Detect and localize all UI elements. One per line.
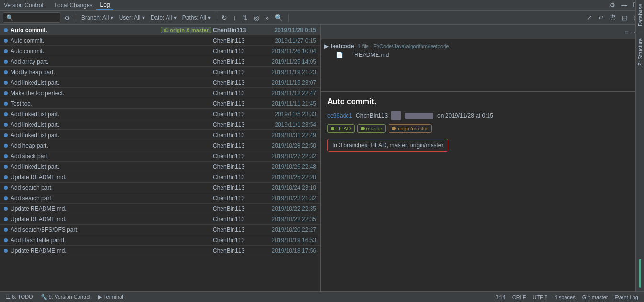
status-encoding[interactable]: UTF-8 [531,294,549,300]
commit-dot [4,228,8,232]
detail-author: ChenBin113 [356,112,388,119]
commit-message: Add search part. [11,195,213,202]
file-name: README.md [355,52,389,58]
status-right: 3:14 CRLF UTF-8 4 spaces Git: master Eve… [493,294,640,300]
commit-row[interactable]: Auto commit.ChenBin1132019/11/26 10:04 [0,46,320,56]
commit-row[interactable]: Auto commit.ChenBin1132019/11/27 0:15 [0,35,320,46]
side-strip-database[interactable]: Database [636,0,644,30]
scroll-indicator-bar [639,259,641,288]
commit-row[interactable]: Modify heap part.ChenBin1132019/11/19 21… [0,67,320,77]
right-toolbar-list-icon[interactable]: ≡ [623,27,631,37]
branch-dropdown[interactable]: Branch: All ▾ [79,13,115,22]
commit-dot [4,91,8,95]
status-version-control[interactable]: 🔧 9: Version Control [39,294,93,300]
commit-date: 2019/10/28 22:50 [254,142,316,149]
commit-message: Update README.md. [11,174,213,181]
layout-icon[interactable]: ⤢ [585,13,594,22]
commit-row[interactable]: Add array part.ChenBin1132019/11/25 14:0… [0,56,320,67]
commit-date: 2019/10/22 22:35 [254,216,316,223]
commit-author: ChenBin113 [213,100,251,107]
folder-name: leetcode [331,43,354,50]
side-strip-structure[interactable]: Z: Structure [636,34,644,69]
commit-row[interactable]: Add heap part.ChenBin1132019/10/28 22:50 [0,140,320,151]
commit-list: Auto commit.🏷 origin & masterChenBin1132… [0,25,320,291]
commit-tag: 🏷 origin & master [161,27,211,33]
commit-dot [4,49,8,53]
commit-row[interactable]: Add linkedList part.ChenBin1132019/11/5 … [0,109,320,119]
search-input[interactable] [3,12,60,23]
commit-date: 2019/10/18 17:56 [254,248,316,254]
diff-icon[interactable]: ⊟ [620,13,630,22]
date-dropdown[interactable]: Date: All ▾ [149,13,178,22]
commit-dot [4,123,8,127]
status-line-col[interactable]: 3:14 [493,294,507,300]
side-strip-divider [637,32,644,32]
fetch-icon[interactable]: ↑ [231,13,238,22]
tab-local-changes[interactable]: Local Changes [50,1,96,10]
commit-list-panel: Auto commit.🏷 origin & masterChenBin1132… [0,25,321,291]
tab-log[interactable]: Log [96,0,113,10]
search-toolbar-icon[interactable]: 🔍 [273,13,285,22]
status-event-log[interactable]: Event Log [612,294,640,300]
commit-message: Add linkedList part. [11,79,213,86]
commit-row[interactable]: Auto commit.🏷 origin & masterChenBin1132… [0,25,320,35]
sync-icon[interactable]: ⇅ [240,13,250,22]
commit-row[interactable]: Test toc.ChenBin1132019/11/11 21:45 [0,98,320,109]
avatar [391,111,401,120]
commit-row[interactable]: Add linkedList part.ChenBin1132019/11/15… [0,77,320,88]
settings-icon[interactable]: ⚙ [608,1,617,9]
right-panel-toolbar: ≡ = [321,25,644,39]
commit-row[interactable]: Update README.md.ChenBin1132019/10/22 22… [0,214,320,225]
commit-dot [4,70,8,74]
folder-meta: 1 file F:\Code\Java\algorithm\leetcode [358,43,449,49]
file-tree-root[interactable]: ▶ leetcode 1 file F:\Code\Java\algorithm… [324,42,640,51]
commit-dot [4,217,8,221]
detail-meta: ce96adc1 ChenBin113 on 2019/11/28 at 0:1… [327,111,637,120]
commit-row[interactable]: Update README.md.ChenBin1132019/10/22 22… [0,204,320,214]
commit-row[interactable]: Add stack part.ChenBin1132019/10/27 22:3… [0,151,320,162]
commit-row[interactable]: Add search/BFS/DFS part.ChenBin1132019/1… [0,225,320,235]
commit-author: ChenBin113 [213,132,251,139]
head-dot [331,127,334,130]
file-tree-file[interactable]: 📄 README.md [324,51,640,59]
undo-icon[interactable]: ↩ [596,13,606,22]
status-todo[interactable]: ☰ 6: TODO [4,294,35,300]
commit-row[interactable]: Add linkedList part.ChenBin1132019/10/31… [0,130,320,140]
file-tree: ▶ leetcode 1 file F:\Code\Java\algorithm… [321,39,644,92]
commit-message: Auto commit. [11,48,213,54]
commit-author: ChenBin113 [213,174,251,181]
status-git[interactable]: Git: master [580,294,610,300]
paths-dropdown[interactable]: Paths: All ▾ [180,13,212,22]
detail-date: on 2019/11/28 at 0:15 [437,112,493,119]
user-dropdown[interactable]: User: All ▾ [117,13,147,22]
commit-date: 2019/10/27 22:32 [254,153,316,160]
commit-message: Add heap part. [11,142,213,149]
history-icon[interactable]: ⏱ [608,13,618,22]
commit-row[interactable]: Update README.md.ChenBin1132019/10/25 22… [0,172,320,183]
status-crlf[interactable]: CRLF [511,294,528,300]
commit-author: ChenBin113 [213,58,251,65]
commit-author: ChenBin113 [213,27,251,33]
commit-author: ChenBin113 [213,69,251,76]
commit-row[interactable]: Add linkedList part.ChenBin1132019/10/26… [0,162,320,172]
commit-message: Add linkedList part. [11,132,213,139]
commit-row[interactable]: Make the toc perfect.ChenBin1132019/11/1… [0,88,320,98]
avatar2 [405,113,433,119]
commit-row[interactable]: Add HashTable partII.ChenBin1132019/10/1… [0,235,320,246]
status-terminal[interactable]: ▶ Terminal [96,294,125,300]
commit-row[interactable]: Add linkedList part.ChenBin1132019/11/1 … [0,119,320,130]
commit-row[interactable]: Add search part.ChenBin1132019/10/24 23:… [0,183,320,193]
commit-row[interactable]: Add search part.ChenBin1132019/10/23 21:… [0,193,320,204]
commit-message: Modify heap part. [11,69,213,76]
toolbar-settings-icon[interactable]: ⚙ [62,13,72,22]
commit-row[interactable]: Update README.md.ChenBin1132019/10/18 17… [0,246,320,256]
minimize-icon[interactable]: — [620,1,629,9]
commit-date: 2019/10/19 16:53 [254,237,316,244]
branches-info-box: In 3 branches: HEAD, master, origin/mast… [327,139,448,152]
status-indent[interactable]: 4 spaces [553,294,577,300]
commit-dot [4,154,8,158]
eye-icon[interactable]: ◎ [252,13,261,22]
more-icon[interactable]: » [263,13,271,22]
commit-date: 2019/10/26 22:48 [254,163,316,170]
refresh-icon[interactable]: ↻ [220,13,229,22]
